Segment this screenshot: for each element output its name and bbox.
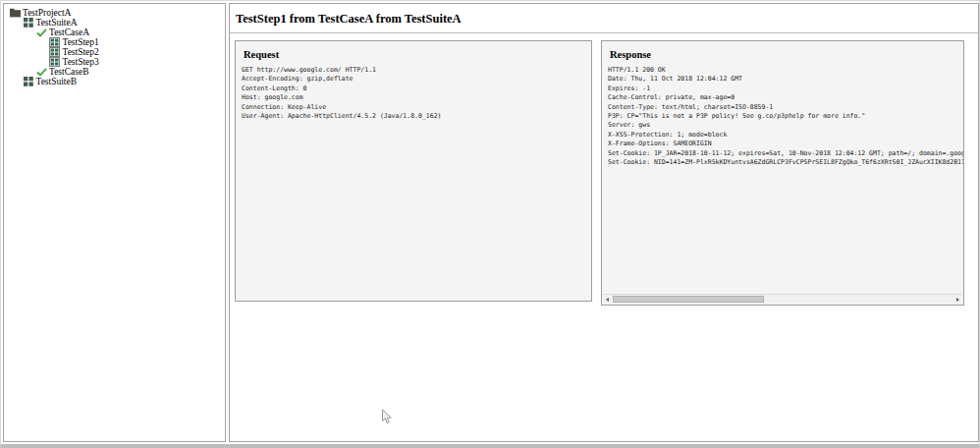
step-icon (49, 57, 61, 67)
response-body[interactable]: HTTP/1.1 200 OK Date: Thu, 11 Oct 2018 1… (602, 60, 963, 167)
tree: TestProjectATestSuiteATestCaseATestStep1… (4, 8, 225, 86)
scroll-left-arrow-icon[interactable] (603, 295, 612, 304)
tree-item-testcaseb[interactable]: TestCaseB (4, 67, 225, 77)
tree-item-label: TestSuiteB (36, 77, 78, 86)
tree-item-testcasea[interactable]: TestCaseA (4, 28, 225, 37)
folder-icon (9, 8, 21, 18)
tree-item-label: TestStep1 (63, 37, 99, 47)
response-panel: Response HTTP/1.1 200 OK Date: Thu, 11 O… (601, 40, 964, 306)
tree-item-testsuitea[interactable]: TestSuiteA (4, 18, 225, 28)
test-tree-panel: TestProjectATestSuiteATestCaseATestStep1… (3, 3, 226, 442)
response-panel-header: Response (602, 41, 963, 60)
tree-item-label: TestSuiteA (36, 18, 78, 28)
tree-item-teststep2[interactable]: TestStep2 (4, 47, 225, 57)
page-title: TestStep1 from TestCaseA from TestSuiteA (230, 4, 978, 33)
tree-item-label: TestStep2 (63, 47, 99, 57)
main-content-panel: TestStep1 from TestCaseA from TestSuiteA… (229, 3, 979, 442)
suite-icon (23, 77, 34, 86)
suite-icon (23, 18, 34, 28)
step-icon (49, 47, 61, 57)
tree-item-testsuiteb[interactable]: TestSuiteB (4, 77, 225, 86)
tree-item-label: TestStep3 (63, 57, 99, 67)
http-panels-row: Request GET http://www.google.com/ HTTP/… (230, 33, 978, 306)
request-panel: Request GET http://www.google.com/ HTTP/… (235, 40, 592, 302)
step-icon (49, 37, 61, 47)
check-icon (35, 67, 47, 77)
tree-item-teststep3[interactable]: TestStep3 (4, 57, 225, 67)
scroll-right-arrow-icon[interactable] (953, 295, 962, 304)
tree-item-label: TestProjectA (23, 8, 71, 18)
tree-item-label: TestCaseA (49, 28, 89, 37)
tree-item-testprojecta[interactable]: TestProjectA (4, 8, 225, 18)
tree-item-label: TestCaseB (49, 67, 89, 77)
request-body: GET http://www.google.com/ HTTP/1.1 Acce… (236, 60, 591, 121)
horizontal-scrollbar[interactable] (603, 294, 962, 304)
tree-item-teststep1[interactable]: TestStep1 (4, 37, 225, 47)
request-panel-header: Request (236, 41, 591, 60)
check-icon (35, 28, 47, 37)
scrollbar-thumb[interactable] (613, 296, 764, 303)
app-window: TestProjectATestSuiteATestCaseATestStep1… (0, 0, 980, 448)
